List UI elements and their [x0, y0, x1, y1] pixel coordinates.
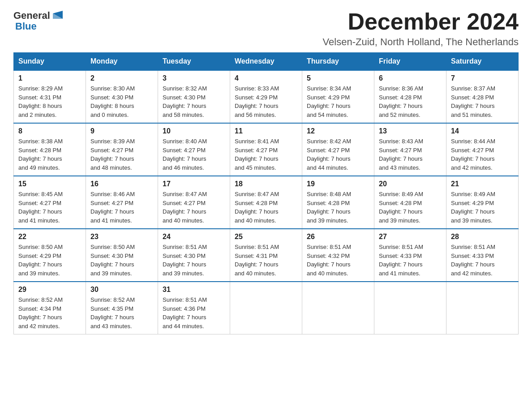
day-number: 7 — [451, 74, 514, 82]
day-info: Sunrise: 8:34 AMSunset: 4:29 PMDaylight:… — [307, 84, 369, 119]
day-cell-29: 29Sunrise: 8:52 AMSunset: 4:34 PMDayligh… — [14, 282, 86, 334]
day-cell-2: 2Sunrise: 8:30 AMSunset: 4:30 PMDaylight… — [86, 70, 158, 123]
day-number: 20 — [379, 180, 442, 188]
page-header: General Blue December 2024 Velsen-Zuid, … — [13, 9, 519, 48]
day-cell-14: 14Sunrise: 8:44 AMSunset: 4:27 PMDayligh… — [446, 123, 519, 176]
day-cell-4: 4Sunrise: 8:33 AMSunset: 4:29 PMDaylight… — [230, 70, 302, 123]
day-cell-21: 21Sunrise: 8:49 AMSunset: 4:29 PMDayligh… — [446, 176, 519, 229]
day-cell-10: 10Sunrise: 8:40 AMSunset: 4:27 PMDayligh… — [158, 123, 230, 176]
week-row-1: 1Sunrise: 8:29 AMSunset: 4:31 PMDaylight… — [14, 70, 519, 123]
day-cell-19: 19Sunrise: 8:48 AMSunset: 4:28 PMDayligh… — [302, 176, 374, 229]
header-saturday: Saturday — [446, 53, 519, 71]
day-info: Sunrise: 8:48 AMSunset: 4:28 PMDaylight:… — [307, 190, 369, 225]
day-number: 19 — [307, 180, 369, 188]
header-wednesday: Wednesday — [230, 53, 302, 71]
day-number: 4 — [235, 74, 297, 82]
day-cell-12: 12Sunrise: 8:42 AMSunset: 4:27 PMDayligh… — [302, 123, 374, 176]
day-info: Sunrise: 8:51 AMSunset: 4:36 PMDaylight:… — [163, 295, 225, 330]
day-number: 1 — [18, 74, 81, 82]
day-cell-13: 13Sunrise: 8:43 AMSunset: 4:27 PMDayligh… — [374, 123, 446, 176]
empty-cell — [374, 282, 446, 334]
day-cell-27: 27Sunrise: 8:51 AMSunset: 4:33 PMDayligh… — [374, 229, 446, 282]
day-info: Sunrise: 8:49 AMSunset: 4:28 PMDaylight:… — [379, 190, 442, 225]
day-number: 22 — [18, 233, 81, 241]
day-cell-22: 22Sunrise: 8:50 AMSunset: 4:29 PMDayligh… — [14, 229, 86, 282]
week-row-5: 29Sunrise: 8:52 AMSunset: 4:34 PMDayligh… — [14, 282, 519, 334]
day-cell-8: 8Sunrise: 8:38 AMSunset: 4:28 PMDaylight… — [14, 123, 86, 176]
title-block: December 2024 Velsen-Zuid, North Holland… — [323, 9, 519, 48]
day-info: Sunrise: 8:51 AMSunset: 4:30 PMDaylight:… — [163, 243, 225, 278]
header-monday: Monday — [86, 53, 158, 71]
header-thursday: Thursday — [302, 53, 374, 71]
day-info: Sunrise: 8:46 AMSunset: 4:27 PMDaylight:… — [90, 190, 153, 225]
day-cell-15: 15Sunrise: 8:45 AMSunset: 4:27 PMDayligh… — [14, 176, 86, 229]
header-sunday: Sunday — [14, 53, 86, 71]
header-friday: Friday — [374, 53, 446, 71]
day-number: 21 — [451, 180, 514, 188]
day-number: 17 — [163, 180, 225, 188]
logo-text-blue: Blue — [15, 21, 37, 32]
day-number: 14 — [451, 127, 514, 135]
day-number: 23 — [90, 233, 153, 241]
day-number: 25 — [235, 233, 297, 241]
day-cell-5: 5Sunrise: 8:34 AMSunset: 4:29 PMDaylight… — [302, 70, 374, 123]
day-cell-24: 24Sunrise: 8:51 AMSunset: 4:30 PMDayligh… — [158, 229, 230, 282]
day-cell-20: 20Sunrise: 8:49 AMSunset: 4:28 PMDayligh… — [374, 176, 446, 229]
calendar-table: SundayMondayTuesdayWednesdayThursdayFrid… — [13, 52, 519, 334]
day-cell-28: 28Sunrise: 8:51 AMSunset: 4:33 PMDayligh… — [446, 229, 519, 282]
day-cell-31: 31Sunrise: 8:51 AMSunset: 4:36 PMDayligh… — [158, 282, 230, 334]
day-number: 2 — [90, 74, 153, 82]
day-info: Sunrise: 8:47 AMSunset: 4:27 PMDaylight:… — [163, 190, 225, 225]
empty-cell — [446, 282, 519, 334]
day-number: 12 — [307, 127, 369, 135]
day-info: Sunrise: 8:50 AMSunset: 4:29 PMDaylight:… — [18, 243, 81, 278]
day-info: Sunrise: 8:40 AMSunset: 4:27 PMDaylight:… — [163, 137, 225, 172]
day-info: Sunrise: 8:51 AMSunset: 4:33 PMDaylight:… — [379, 243, 442, 278]
day-info: Sunrise: 8:49 AMSunset: 4:29 PMDaylight:… — [451, 190, 514, 225]
day-info: Sunrise: 8:44 AMSunset: 4:27 PMDaylight:… — [451, 137, 514, 172]
day-number: 16 — [90, 180, 153, 188]
day-info: Sunrise: 8:36 AMSunset: 4:28 PMDaylight:… — [379, 84, 442, 119]
day-info: Sunrise: 8:29 AMSunset: 4:31 PMDaylight:… — [18, 84, 81, 119]
day-cell-25: 25Sunrise: 8:51 AMSunset: 4:31 PMDayligh… — [230, 229, 302, 282]
logo: General Blue — [13, 9, 64, 32]
day-info: Sunrise: 8:43 AMSunset: 4:27 PMDaylight:… — [379, 137, 442, 172]
day-number: 15 — [18, 180, 81, 188]
day-number: 31 — [163, 286, 225, 294]
day-cell-6: 6Sunrise: 8:36 AMSunset: 4:28 PMDaylight… — [374, 70, 446, 123]
day-number: 29 — [18, 286, 81, 294]
day-cell-26: 26Sunrise: 8:51 AMSunset: 4:32 PMDayligh… — [302, 229, 374, 282]
day-number: 18 — [235, 180, 297, 188]
day-number: 24 — [163, 233, 225, 241]
day-number: 11 — [235, 127, 297, 135]
day-info: Sunrise: 8:30 AMSunset: 4:30 PMDaylight:… — [90, 84, 153, 119]
day-info: Sunrise: 8:52 AMSunset: 4:34 PMDaylight:… — [18, 295, 81, 330]
day-info: Sunrise: 8:38 AMSunset: 4:28 PMDaylight:… — [18, 137, 81, 172]
day-info: Sunrise: 8:50 AMSunset: 4:30 PMDaylight:… — [90, 243, 153, 278]
day-info: Sunrise: 8:51 AMSunset: 4:33 PMDaylight:… — [451, 243, 514, 278]
day-number: 6 — [379, 74, 442, 82]
day-cell-18: 18Sunrise: 8:47 AMSunset: 4:28 PMDayligh… — [230, 176, 302, 229]
day-info: Sunrise: 8:41 AMSunset: 4:27 PMDaylight:… — [235, 137, 297, 172]
day-cell-1: 1Sunrise: 8:29 AMSunset: 4:31 PMDaylight… — [14, 70, 86, 123]
day-number: 5 — [307, 74, 369, 82]
logo-icon — [51, 9, 64, 22]
day-number: 28 — [451, 233, 514, 241]
day-info: Sunrise: 8:52 AMSunset: 4:35 PMDaylight:… — [90, 295, 153, 330]
empty-cell — [230, 282, 302, 334]
day-number: 10 — [163, 127, 225, 135]
week-row-2: 8Sunrise: 8:38 AMSunset: 4:28 PMDaylight… — [14, 123, 519, 176]
day-info: Sunrise: 8:45 AMSunset: 4:27 PMDaylight:… — [18, 190, 81, 225]
day-info: Sunrise: 8:39 AMSunset: 4:27 PMDaylight:… — [90, 137, 153, 172]
day-number: 9 — [90, 127, 153, 135]
day-cell-30: 30Sunrise: 8:52 AMSunset: 4:35 PMDayligh… — [86, 282, 158, 334]
day-number: 8 — [18, 127, 81, 135]
location-subtitle: Velsen-Zuid, North Holland, The Netherla… — [323, 36, 519, 48]
day-info: Sunrise: 8:51 AMSunset: 4:31 PMDaylight:… — [235, 243, 297, 278]
header-tuesday: Tuesday — [158, 53, 230, 71]
day-cell-7: 7Sunrise: 8:37 AMSunset: 4:28 PMDaylight… — [446, 70, 519, 123]
day-cell-11: 11Sunrise: 8:41 AMSunset: 4:27 PMDayligh… — [230, 123, 302, 176]
day-info: Sunrise: 8:42 AMSunset: 4:27 PMDaylight:… — [307, 137, 369, 172]
logo-text-general: General — [13, 10, 50, 21]
day-info: Sunrise: 8:32 AMSunset: 4:30 PMDaylight:… — [163, 84, 225, 119]
